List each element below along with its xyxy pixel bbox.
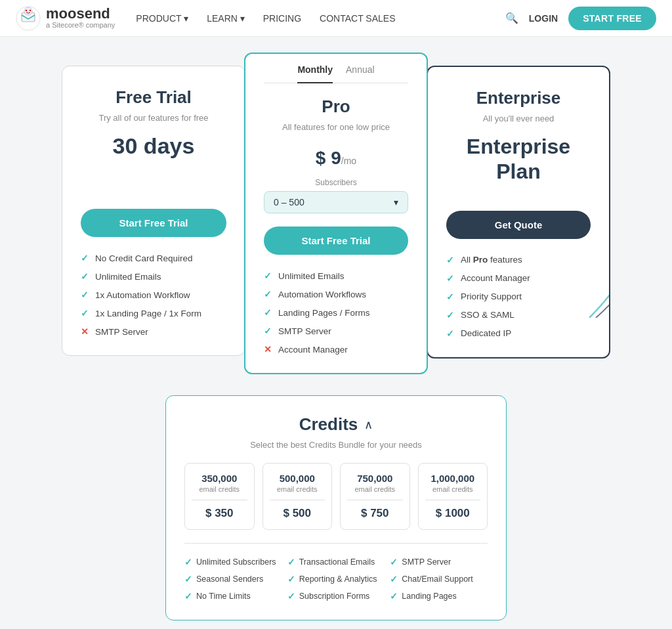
divider bbox=[192, 500, 247, 500]
check-icon: ✓ bbox=[264, 307, 272, 318]
svg-point-3 bbox=[26, 9, 27, 11]
check-icon: ✓ bbox=[390, 557, 398, 567]
nav-links: PRODUCT ▾ LEARN ▾ PRICING CONTACT SALES bbox=[136, 13, 505, 24]
credit-card-750k[interactable]: 750,000 email credits $ 750 bbox=[340, 463, 410, 530]
check-icon: ✓ bbox=[446, 310, 454, 320]
logo[interactable]: moosend a Sitecore® company bbox=[16, 6, 115, 31]
feature-label: Chat/Email Support bbox=[402, 575, 472, 584]
divider bbox=[425, 500, 481, 500]
x-icon: ✕ bbox=[81, 326, 89, 337]
credit-card-1m[interactable]: 1,000,000 email credits $ 1000 bbox=[418, 463, 488, 530]
price-value: $ 9 bbox=[316, 148, 341, 168]
check-icon: ✓ bbox=[81, 271, 89, 282]
credits-feature-6: ✓ Chat/Email Support bbox=[390, 574, 488, 584]
search-icon[interactable]: 🔍 bbox=[505, 12, 518, 24]
pro-feature-5: ✕ Account Manager bbox=[264, 344, 408, 355]
nav-learn[interactable]: LEARN ▾ bbox=[207, 13, 245, 24]
credit-card-350k[interactable]: 350,000 email credits $ 350 bbox=[184, 463, 255, 530]
pro-trial-button[interactable]: Start Free Trial bbox=[264, 227, 408, 255]
feature-label: Account Manager bbox=[461, 273, 530, 283]
check-icon: ✓ bbox=[184, 557, 192, 567]
start-free-button[interactable]: START FREE bbox=[568, 7, 656, 30]
tab-annual[interactable]: Annual bbox=[346, 64, 375, 77]
check-icon: ✓ bbox=[184, 591, 192, 601]
check-icon: ✓ bbox=[81, 308, 89, 318]
credit-amount-4: 1,000,000 bbox=[425, 473, 481, 484]
feature-label: Priority Support bbox=[461, 292, 522, 301]
free-feature-1: ✓ No Credit Card Required bbox=[81, 253, 226, 263]
price-per: /mo bbox=[341, 156, 356, 166]
feature-label: 1x Automation Workflow bbox=[95, 290, 190, 300]
feature-label: Transactional Emails bbox=[299, 557, 375, 567]
credits-features-grid: ✓ Unlimited Subscribers ✓ Transactional … bbox=[184, 543, 488, 601]
feature-label: Landing Pages bbox=[402, 592, 456, 601]
check-icon: ✓ bbox=[446, 273, 454, 284]
main-content: Free Trial Try all of our features for f… bbox=[0, 37, 672, 629]
subscribers-label: Subscribers bbox=[264, 178, 408, 187]
pro-feature-2: ✓ Automation Workflows bbox=[264, 289, 408, 299]
enterprise-card: Enterprise All you'll ever need Enterpri… bbox=[427, 66, 610, 358]
navbar: moosend a Sitecore® company PRODUCT ▾ LE… bbox=[0, 0, 672, 37]
check-icon: ✓ bbox=[264, 326, 272, 336]
pro-feature-4: ✓ SMTP Server bbox=[264, 326, 408, 336]
pro-card: Monthly Annual Pro All features for one … bbox=[244, 53, 428, 374]
check-icon: ✓ bbox=[81, 253, 89, 263]
credit-price-1: $ 350 bbox=[192, 507, 247, 520]
credit-amount-1: 350,000 bbox=[192, 473, 247, 484]
free-feature-3: ✓ 1x Automation Workflow bbox=[81, 290, 226, 300]
enterprise-plan-label: Enterprise Plan bbox=[446, 134, 591, 184]
free-feature-2: ✓ Unlimited Emails bbox=[81, 271, 226, 282]
credit-label-3: email credits bbox=[347, 485, 403, 493]
check-icon: ✓ bbox=[446, 328, 454, 339]
logo-subtext: a Sitecore® company bbox=[46, 21, 115, 30]
feature-label: Unlimited Emails bbox=[278, 271, 345, 281]
free-plan-desc: Try all of our features for free bbox=[81, 113, 226, 123]
feature-label: Landing Pages / Forms bbox=[278, 308, 370, 318]
free-trial-card: Free Trial Try all of our features for f… bbox=[62, 66, 245, 356]
nav-contact-sales[interactable]: CONTACT SALES bbox=[320, 13, 395, 24]
enterprise-plan-desc: All you'll ever need bbox=[446, 114, 591, 123]
divider bbox=[270, 500, 326, 500]
credit-label-1: email credits bbox=[192, 485, 247, 493]
check-icon: ✓ bbox=[264, 271, 272, 281]
nav-product[interactable]: PRODUCT ▾ bbox=[136, 13, 188, 24]
check-icon: ✓ bbox=[264, 289, 272, 299]
credit-card-500k[interactable]: 500,000 email credits $ 500 bbox=[262, 463, 333, 530]
check-icon: ✓ bbox=[446, 255, 454, 265]
login-button[interactable]: LOGIN bbox=[529, 13, 558, 24]
credits-title: Credits bbox=[299, 414, 358, 435]
credits-header: Credits ∧ bbox=[184, 414, 488, 435]
credit-amount-2: 500,000 bbox=[270, 473, 326, 484]
tab-monthly[interactable]: Monthly bbox=[297, 64, 333, 83]
divider bbox=[347, 500, 403, 500]
chevron-down-icon: ▾ bbox=[394, 197, 398, 207]
nav-pricing[interactable]: PRICING bbox=[263, 13, 301, 24]
check-icon: ✓ bbox=[287, 574, 295, 584]
svg-point-2 bbox=[24, 7, 32, 15]
credit-price-3: $ 750 bbox=[347, 507, 403, 520]
free-feature-4: ✓ 1x Landing Page / 1x Form bbox=[81, 308, 226, 318]
pro-bold: Pro bbox=[473, 255, 488, 265]
check-icon: ✓ bbox=[81, 290, 89, 300]
subscribers-dropdown[interactable]: 0 – 500 ▾ bbox=[264, 191, 408, 213]
feature-label: Dedicated IP bbox=[461, 328, 511, 338]
credits-feature-4: ✓ Seasonal Senders bbox=[184, 574, 282, 584]
pro-plan-name: Pro bbox=[264, 97, 408, 117]
credit-label-2: email credits bbox=[270, 485, 326, 493]
feature-label: All Pro features bbox=[461, 255, 522, 265]
feature-label: Automation Workflows bbox=[278, 290, 366, 299]
credit-price-4: $ 1000 bbox=[425, 507, 481, 520]
logo-name: moosend bbox=[46, 7, 115, 21]
credit-label-4: email credits bbox=[425, 485, 481, 493]
credit-price-2: $ 500 bbox=[270, 507, 326, 520]
free-feature-5: ✕ SMTP Server bbox=[81, 326, 226, 337]
pro-plan-desc: All features for one low price bbox=[264, 122, 408, 132]
feature-label: 1x Landing Page / 1x Form bbox=[95, 309, 201, 318]
subscribers-value: 0 – 500 bbox=[274, 197, 304, 207]
credit-amount-3: 750,000 bbox=[347, 473, 403, 484]
feature-label: SSO & SAML bbox=[461, 310, 514, 320]
x-icon: ✕ bbox=[264, 344, 272, 355]
credits-collapse-icon[interactable]: ∧ bbox=[364, 418, 373, 432]
free-trial-button[interactable]: Start Free Trial bbox=[81, 209, 226, 237]
feature-label: Subscription Forms bbox=[299, 592, 370, 601]
